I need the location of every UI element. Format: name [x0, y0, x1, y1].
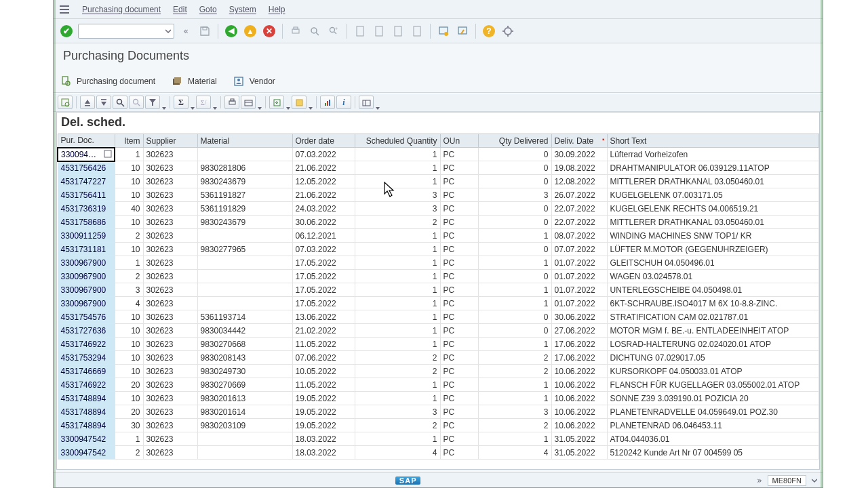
- table-cell[interactable]: 9830034442: [197, 324, 292, 338]
- table-cell[interactable]: 3300911259: [58, 229, 115, 243]
- table-cell[interactable]: 1: [478, 256, 551, 270]
- table-cell[interactable]: 1: [355, 310, 440, 324]
- table-cell[interactable]: 4531746669: [58, 365, 115, 378]
- table-cell[interactable]: 07.03.2022: [292, 243, 355, 256]
- table-cell[interactable]: 9830249730: [197, 365, 292, 378]
- table-cell[interactable]: 3: [355, 202, 440, 216]
- cancel-button[interactable]: ✕: [262, 24, 277, 39]
- view-button[interactable]: [241, 96, 256, 109]
- table-cell[interactable]: 2: [478, 351, 551, 365]
- table-cell[interactable]: 22.07.2022: [551, 216, 607, 229]
- table-cell[interactable]: 11.05.2022: [292, 378, 355, 392]
- save-button[interactable]: [197, 24, 212, 39]
- table-cell[interactable]: 31.05.2022: [551, 432, 607, 446]
- table-cell[interactable]: 01.07.2022: [551, 283, 607, 297]
- table-cell[interactable]: 4531746922: [58, 378, 115, 392]
- table-cell[interactable]: 1: [115, 432, 143, 446]
- table-cell[interactable]: PC: [440, 365, 478, 378]
- expand-status-icon[interactable]: »: [757, 476, 762, 485]
- table-cell[interactable]: 9830243679: [197, 216, 292, 229]
- table-cell[interactable]: 3: [478, 405, 551, 419]
- table-cell[interactable]: [197, 148, 292, 161]
- table-cell[interactable]: 13.06.2022: [292, 310, 355, 324]
- table-cell[interactable]: UNTERLEGSCHEIBE 04.050498.01: [607, 283, 819, 297]
- table-cell[interactable]: PC: [440, 229, 478, 243]
- table-cell[interactable]: LOSRAD-HALTERUNG 02.024020.01 ATOP: [607, 338, 819, 351]
- table-cell[interactable]: MITTLERER DRATHKANAL 03.050460.01: [607, 175, 819, 188]
- menu-icon[interactable]: [59, 4, 70, 15]
- table-cell[interactable]: 302623: [143, 405, 197, 419]
- table-cell[interactable]: 1: [478, 392, 551, 405]
- menu-edit[interactable]: Edit: [173, 5, 187, 14]
- table-cell[interactable]: PC: [440, 392, 478, 405]
- table-cell[interactable]: [197, 229, 292, 243]
- table-cell[interactable]: 330094…: [58, 148, 115, 161]
- table-cell[interactable]: 2: [115, 270, 143, 283]
- table-cell[interactable]: 9830270668: [197, 338, 292, 351]
- table-cell[interactable]: 17.05.2022: [292, 297, 355, 310]
- table-cell[interactable]: 01.07.2022: [551, 297, 607, 310]
- table-cell[interactable]: 9830270669: [197, 378, 292, 392]
- table-cell[interactable]: PC: [440, 270, 478, 283]
- column-header[interactable]: Item: [115, 134, 143, 148]
- table-cell[interactable]: 2: [355, 365, 440, 378]
- table-row[interactable]: 453173631940302623536119182924.03.20223P…: [58, 202, 819, 216]
- table-cell[interactable]: 10.06.2022: [551, 419, 607, 432]
- table-cell[interactable]: 1: [355, 148, 440, 161]
- table-cell[interactable]: 4: [355, 446, 440, 460]
- table-cell[interactable]: 10: [115, 243, 143, 256]
- table-cell[interactable]: 302623: [143, 378, 197, 392]
- table-cell[interactable]: 1: [355, 243, 440, 256]
- table-cell[interactable]: KUGELGELENK 07.003171.05: [607, 188, 819, 202]
- find-grid-button[interactable]: [113, 96, 127, 109]
- table-cell[interactable]: GLEITSCHUH 04.050496.01: [607, 256, 819, 270]
- table-row[interactable]: 453175641110302623536119182721.06.20223P…: [58, 188, 819, 202]
- column-header[interactable]: Pur. Doc.: [58, 134, 115, 148]
- table-cell[interactable]: DRAHTMANIPULATOR 06.039129.11ATOP: [607, 161, 819, 175]
- table-cell[interactable]: 302623: [143, 419, 197, 432]
- table-cell[interactable]: 2: [478, 365, 551, 378]
- table-cell[interactable]: PC: [440, 243, 478, 256]
- table-cell[interactable]: 5361193714: [197, 310, 292, 324]
- table-cell[interactable]: 4531748894: [58, 405, 115, 419]
- table-cell[interactable]: 10.06.2022: [551, 365, 607, 378]
- table-cell[interactable]: 30: [115, 419, 143, 432]
- table-cell[interactable]: 26.07.2022: [551, 188, 607, 202]
- table-cell[interactable]: 1: [355, 256, 440, 270]
- table-cell[interactable]: 3300967900: [58, 297, 115, 310]
- table-row[interactable]: 453174889430302623983020310919.05.20222P…: [58, 419, 819, 432]
- table-cell[interactable]: [197, 446, 292, 460]
- table-cell[interactable]: 12.08.2022: [551, 175, 607, 188]
- table-cell[interactable]: 17.06.2022: [551, 351, 607, 365]
- table-row[interactable]: 453175457610302623536119371413.06.20221P…: [58, 310, 819, 324]
- table-cell[interactable]: 302623: [143, 229, 197, 243]
- table-cell[interactable]: 0: [478, 270, 551, 283]
- table-cell[interactable]: 10.05.2022: [292, 365, 355, 378]
- table-cell[interactable]: 1: [355, 392, 440, 405]
- table-cell[interactable]: 31.05.2022: [551, 446, 607, 460]
- table-cell[interactable]: 3300947542: [58, 432, 115, 446]
- table-cell[interactable]: 07.07.2022: [551, 243, 607, 256]
- table-cell[interactable]: 1: [478, 378, 551, 392]
- table-cell[interactable]: 3: [115, 283, 143, 297]
- table-cell[interactable]: 1: [355, 432, 440, 446]
- table-cell[interactable]: 01.07.2022: [551, 270, 607, 283]
- table-cell[interactable]: 10: [115, 161, 143, 175]
- table-cell[interactable]: 302623: [143, 297, 197, 310]
- table-cell[interactable]: 302623: [143, 365, 197, 378]
- command-field[interactable]: [78, 24, 174, 39]
- table-cell[interactable]: 9830208143: [197, 351, 292, 365]
- new-session-button[interactable]: [436, 24, 451, 39]
- table-cell[interactable]: 302623: [143, 270, 197, 283]
- table-cell[interactable]: 10: [115, 338, 143, 351]
- table-cell[interactable]: [197, 270, 292, 283]
- sort-desc-button[interactable]: [96, 96, 111, 109]
- next-page-button[interactable]: [391, 24, 406, 39]
- column-header[interactable]: Order date: [292, 134, 355, 148]
- table-cell[interactable]: 30.06.2022: [551, 310, 607, 324]
- column-header[interactable]: Short Text: [607, 134, 819, 148]
- table-cell[interactable]: [197, 432, 292, 446]
- table-cell[interactable]: 0: [478, 216, 551, 229]
- table-row[interactable]: 453175868610302623983024367930.06.20222P…: [58, 216, 819, 229]
- table-cell[interactable]: 2: [115, 229, 143, 243]
